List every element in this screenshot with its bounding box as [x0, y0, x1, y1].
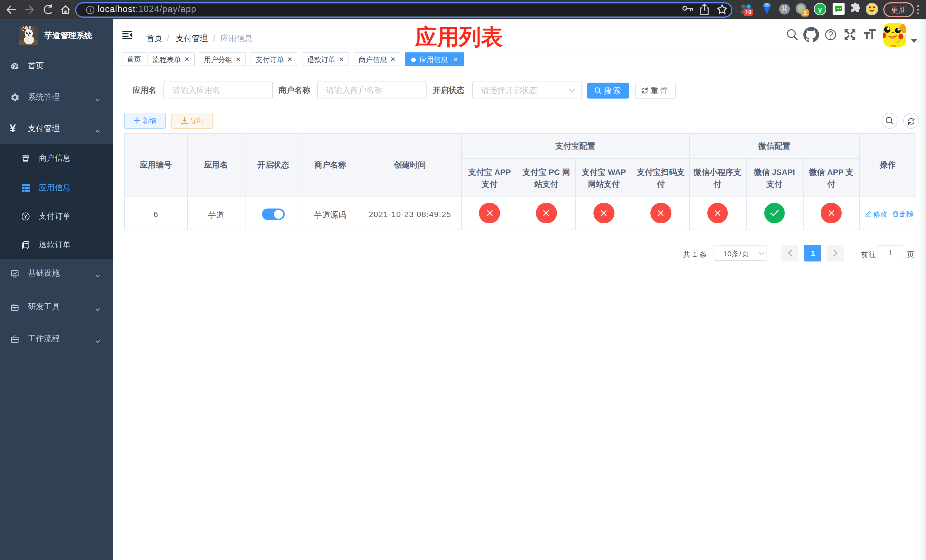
svg-text:⌘: ⌘: [781, 5, 788, 14]
svg-text:y: y: [818, 6, 822, 14]
svg-text:1: 1: [803, 10, 806, 16]
svg-text:10: 10: [745, 9, 752, 15]
svg-text:¥: ¥: [24, 213, 27, 219]
